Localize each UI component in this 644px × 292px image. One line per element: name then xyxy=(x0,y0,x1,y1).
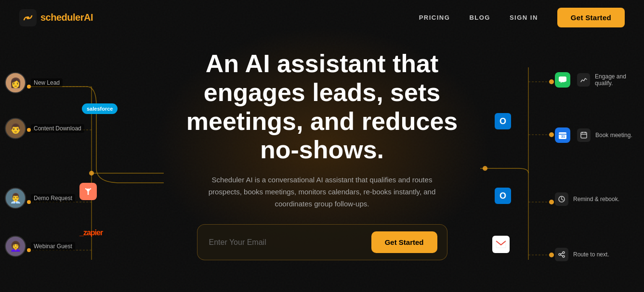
logo-text: schedulerAI xyxy=(40,12,93,23)
nav-get-started-button[interactable]: Get Started xyxy=(557,8,625,27)
cta-get-started-button[interactable]: Get Started xyxy=(371,231,437,253)
nav-link-pricing[interactable]: PRICING xyxy=(419,14,450,21)
navbar: schedulerAI PRICING BLOG SIGN IN Get Sta… xyxy=(0,0,644,35)
logo: schedulerAI xyxy=(19,9,93,26)
main-content: An AI assistant that engages leads, sets… xyxy=(0,35,644,260)
cta-box: Get Started xyxy=(197,224,447,260)
hero-title: An AI assistant that engages leads, sets… xyxy=(173,50,472,165)
hero-subtitle: Scheduler AI is a conversational AI assi… xyxy=(202,174,443,210)
nav-link-blog[interactable]: BLOG xyxy=(469,14,490,21)
email-input[interactable] xyxy=(207,234,366,251)
nav-link-signin[interactable]: SIGN IN xyxy=(510,14,538,21)
svg-point-1 xyxy=(26,16,29,19)
nav-links: PRICING BLOG SIGN IN Get Started xyxy=(419,8,625,27)
logo-icon xyxy=(19,9,37,26)
